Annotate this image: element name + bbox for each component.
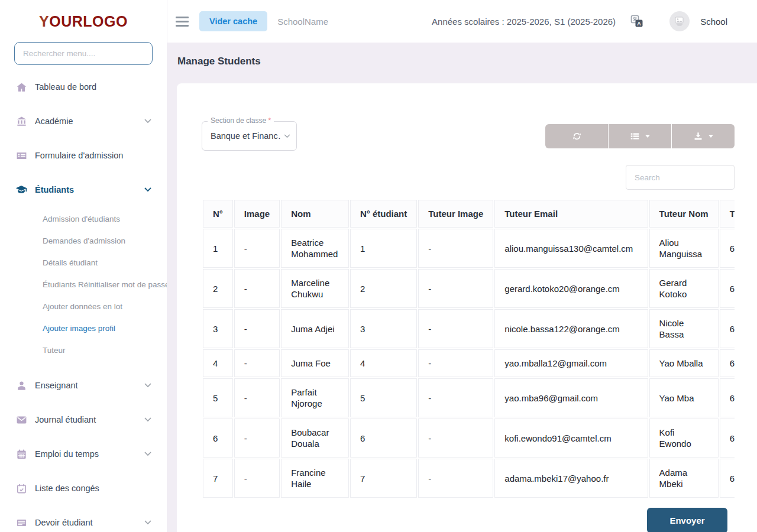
sidebar-item-journal-etudiant[interactable]: Journal étudiant <box>0 403 167 437</box>
table-cell: aliou.manguissa130@camtel.cm <box>494 229 648 268</box>
table-row: 1 - Beatrice Mohammed 1 - aliou.manguiss… <box>203 229 735 268</box>
columns-list-icon <box>630 131 640 141</box>
table-row: 2 - Marceline Chukwu 2 - gerard.kotoko20… <box>203 269 735 308</box>
table-header-row: N° Image Nom N° étudiant Tuteur Image Tu… <box>203 200 735 228</box>
column-header: Nom <box>281 200 349 228</box>
table-cell: 7 <box>203 459 233 498</box>
table-row: 4 - Juma Foe 4 - yao.mballa12@gmail.com … <box>203 349 735 377</box>
submenu-item-ajouter-donnees-en-lot[interactable]: Ajouter données en lot <box>0 296 167 317</box>
sidebar-search <box>14 42 153 65</box>
submenu-item-admission-etudiants[interactable]: Admission d'étudiants <box>0 208 167 230</box>
clear-cache-button[interactable]: Vider cache <box>199 11 267 31</box>
submenu-item-tuteur[interactable]: Tuteur <box>0 339 167 361</box>
table-cell: 1 <box>203 229 233 268</box>
table-cell: - <box>418 269 493 308</box>
home-icon <box>15 81 27 93</box>
table-cell: Juma Foe <box>281 349 349 377</box>
envelope-icon <box>15 414 27 426</box>
table-cell: Parfait Njoroge <box>281 378 349 417</box>
sidebar-item-tableau-de-bord[interactable]: Tableau de bord <box>0 70 167 104</box>
translate-icon[interactable]: A <box>630 15 643 28</box>
sidebar-item-label: Formulaire d'admission <box>35 151 123 160</box>
table-cell: - <box>234 269 280 308</box>
chevron-down-icon <box>144 452 151 456</box>
content-area: Manage Students Section de classe * Banq… <box>167 43 757 532</box>
submit-button[interactable]: Envoyer <box>647 508 727 532</box>
chevron-down-icon <box>144 520 151 525</box>
topbar: Vider cache SchoolName Années scolaires … <box>167 0 757 43</box>
table-cell: - <box>418 419 493 458</box>
table-cell: - <box>234 378 280 417</box>
sidebar-item-enseignant[interactable]: Enseignant <box>0 368 167 403</box>
column-header: N° <box>203 200 233 228</box>
svg-text:A: A <box>637 21 641 27</box>
columns-button[interactable] <box>609 124 671 148</box>
sidebar-item-formulaire-admission[interactable]: Formulaire d'admission <box>0 138 167 173</box>
sidebar-search-input[interactable] <box>14 42 153 65</box>
table-cell: - <box>418 349 493 377</box>
submenu-item-details-etudiant[interactable]: Détails étudiant <box>0 252 167 274</box>
etudiants-submenu: Admission d'étudiants Demandes d'admissi… <box>0 208 167 361</box>
table-cell: nicole.bassa122@orange.cm <box>494 309 648 348</box>
sidebar-item-etudiants[interactable]: Étudiants <box>0 173 167 207</box>
sidebar-item-label: Devoir étudiant <box>35 518 93 527</box>
sidebar-item-label: Académie <box>35 116 73 126</box>
column-header: Image <box>234 200 280 228</box>
table-cell: - <box>234 349 280 377</box>
class-section-select[interactable]: Section de classe * Banque et Financ… <box>202 121 297 151</box>
avatar[interactable] <box>669 11 690 31</box>
sidebar-item-label: Journal étudiant <box>35 415 96 424</box>
sidebar-item-label: Étudiants <box>35 185 74 194</box>
table-cell: 68456 <box>720 229 735 268</box>
table-cell: 4 <box>203 349 233 377</box>
sidebar-item-emploi-du-temps[interactable]: Emploi du temps <box>0 437 167 471</box>
bank-icon <box>15 115 27 127</box>
table-cell: 65575 <box>720 419 735 458</box>
app-logo-text: YOURLOGO <box>39 13 128 30</box>
table-cell: 3 <box>350 309 417 348</box>
table-cell: 68659 <box>720 378 735 417</box>
table-cell: 6 <box>203 419 233 458</box>
sidebar-item-liste-des-conges[interactable]: Liste des congés <box>0 471 167 505</box>
table-cell: 5 <box>350 378 417 417</box>
table-search-input[interactable] <box>626 165 735 190</box>
table-cell: - <box>234 459 280 498</box>
table-cell: - <box>418 229 493 268</box>
sidebar-item-academie[interactable]: Académie <box>0 104 167 138</box>
table-cell: 4 <box>350 349 417 377</box>
submit-row: Envoyer <box>202 508 735 532</box>
submenu-item-ajouter-images-profil[interactable]: Ajouter images profil <box>0 317 167 339</box>
page-title: Manage Students <box>177 56 757 67</box>
table-cell: 5 <box>203 378 233 417</box>
graduation-cap-icon <box>15 184 27 196</box>
column-header: Tuteur Email <box>494 200 648 228</box>
menu-toggle-button[interactable] <box>176 17 189 27</box>
table-toolbar <box>545 124 735 148</box>
chevron-down-icon <box>144 187 151 192</box>
table-cell: 6 <box>350 419 417 458</box>
sidebar-item-devoir-etudiant[interactable]: Devoir étudiant <box>0 505 167 532</box>
topbar-right-group: Années scolaires : 2025-2026, S1 (2025-2… <box>432 11 727 31</box>
assignment-icon <box>15 517 27 528</box>
required-marker: * <box>268 116 271 125</box>
submenu-item-demandes-admission[interactable]: Demandes d'admission <box>0 230 167 252</box>
download-button[interactable] <box>672 124 735 148</box>
person-icon <box>15 379 27 391</box>
table-cell: - <box>418 459 493 498</box>
session-years-label: Années scolaires : 2025-2026, S1 (2025-2… <box>432 17 616 27</box>
column-header: Tuteur <box>720 200 735 228</box>
calendar-check-icon <box>15 482 27 494</box>
sidebar-item-label: Tableau de bord <box>35 82 96 92</box>
table-cell: Nicole Bassa <box>649 309 719 348</box>
table-cell: Marceline Chukwu <box>281 269 349 308</box>
chevron-down-icon <box>144 417 151 422</box>
refresh-button[interactable] <box>545 124 608 148</box>
class-section-value: Banque et Financ… <box>211 131 280 141</box>
table-row: 5 - Parfait Njoroge 5 - yao.mba96@gmail.… <box>203 378 735 417</box>
table-cell: 2 <box>203 269 233 308</box>
manage-students-card: Section de classe * Banque et Financ… <box>177 83 757 532</box>
table-cell: 67519 <box>720 459 735 498</box>
admission-form-icon <box>15 150 27 161</box>
column-header: Tuteur Nom <box>649 200 719 228</box>
submenu-item-reinitialiser-mot-de-passe[interactable]: Étudiants Réinitialiser mot de passe <box>0 274 167 296</box>
